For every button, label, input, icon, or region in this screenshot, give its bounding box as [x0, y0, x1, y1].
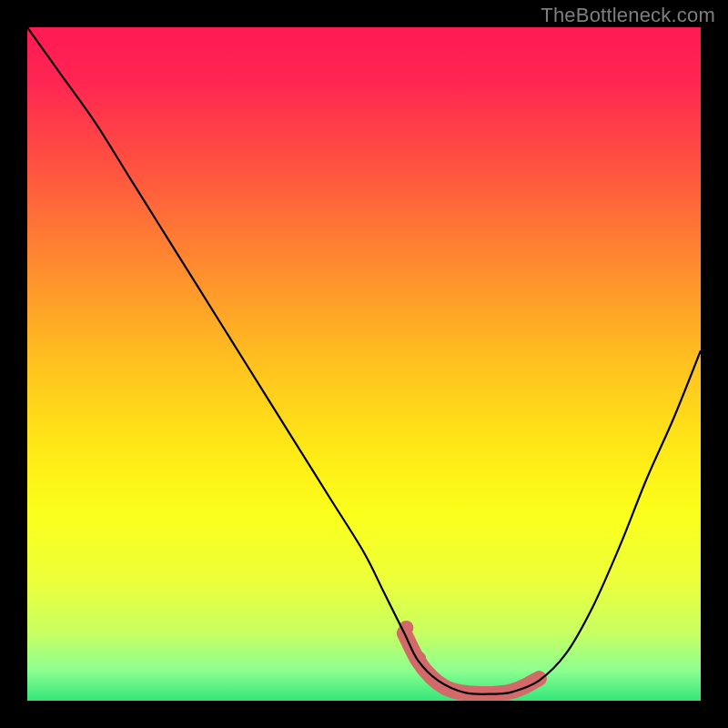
gradient-background — [27, 27, 701, 701]
plot-area — [27, 27, 701, 701]
chart-container: TheBottleneck.com — [0, 0, 728, 728]
chart-svg — [27, 27, 701, 701]
watermark-text: TheBottleneck.com — [541, 4, 715, 27]
